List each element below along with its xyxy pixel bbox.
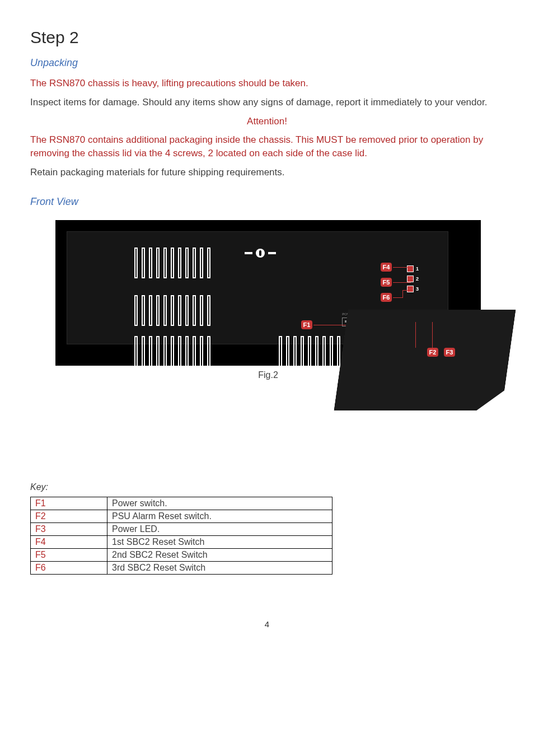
retain-text: Retain packaging materials for future sh… — [30, 166, 504, 179]
key-f6-desc: 3rd SBC2 Reset Switch — [107, 562, 332, 575]
key-f5-desc: 2nd SBC2 Reset Switch — [107, 549, 332, 562]
led-2-num: 2 — [416, 276, 419, 282]
key-heading: Key: — [30, 481, 504, 493]
led-3 — [407, 286, 414, 292]
section-unpacking: Unpacking — [30, 57, 504, 69]
f3-line — [432, 322, 433, 348]
f2-line — [415, 322, 416, 348]
key-f3: F3 — [31, 523, 107, 536]
lock-knob — [245, 249, 276, 258]
extension-panel — [334, 310, 516, 410]
vent-top-right — [134, 295, 232, 326]
vent-bottom-left — [134, 336, 225, 367]
page-number: 4 — [30, 619, 504, 629]
callout-f3: F3 — [444, 348, 455, 357]
led-2 — [407, 276, 414, 282]
f4-line — [393, 267, 411, 268]
f6-line-h — [393, 297, 403, 298]
table-row: F2PSU Alarm Reset switch. — [31, 510, 332, 523]
key-table: F1Power switch. F2PSU Alarm Reset switch… — [30, 497, 332, 575]
key-f1: F1 — [31, 497, 107, 510]
callout-f1: F1 — [301, 320, 312, 329]
warning-heavy: The RSN870 chassis is heavy, lifting pre… — [30, 77, 504, 90]
key-f2: F2 — [31, 510, 107, 523]
led-1 — [407, 265, 414, 272]
led-1-num: 1 — [416, 266, 419, 272]
callout-f2: F2 — [427, 348, 438, 357]
table-row: F63rd SBC2 Reset Switch — [31, 562, 332, 575]
vent-top-left — [134, 248, 232, 278]
f6-line-h2 — [403, 290, 411, 291]
f5-line — [393, 282, 411, 283]
vent-area — [134, 248, 369, 337]
callout-f5: F5 — [381, 278, 392, 287]
key-f4: F4 — [31, 536, 107, 549]
key-f4-desc: 1st SBC2 Reset Switch — [107, 536, 332, 549]
callout-f4: F4 — [381, 263, 392, 272]
section-front-view: Front View — [30, 196, 504, 208]
key-f5: F5 — [31, 549, 107, 562]
inspect-text: Inspect items for damage. Should any ite… — [30, 96, 504, 109]
key-f1-desc: Power switch. — [107, 497, 332, 510]
key-f3-desc: Power LED. — [107, 523, 332, 536]
warning-packaging: The RSN870 contains additional packaging… — [30, 133, 504, 160]
f6-line-v — [402, 290, 403, 298]
step-heading: Step 2 — [30, 28, 504, 47]
led-3-num: 3 — [416, 286, 419, 292]
callout-f6: F6 — [381, 293, 392, 302]
key-f2-desc: PSU Alarm Reset switch. — [107, 510, 332, 523]
table-row: F52nd SBC2 Reset Switch — [31, 549, 332, 562]
table-row: F1Power switch. — [31, 497, 332, 510]
attention-label: Attention! — [30, 115, 504, 128]
led-group: 1 2 3 — [407, 265, 419, 296]
table-row: F41st SBC2 Reset Switch — [31, 536, 332, 549]
table-row: F3Power LED. — [31, 523, 332, 536]
figure-2: 1 2 3 POWER PSU Alarm Reset POWER RESET … — [55, 220, 481, 380]
key-f6: F6 — [31, 562, 107, 575]
